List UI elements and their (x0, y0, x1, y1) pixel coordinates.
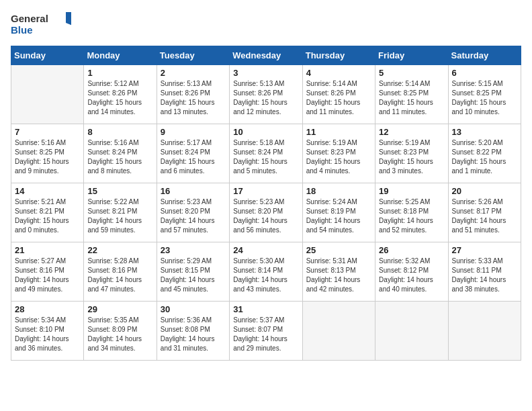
day-info: Sunrise: 5:14 AMSunset: 8:26 PMDaylight:… (306, 79, 371, 117)
day-info: Sunrise: 5:19 AMSunset: 8:23 PMDaylight:… (379, 138, 444, 176)
calendar-cell: 22Sunrise: 5:28 AMSunset: 8:16 PMDayligh… (84, 242, 157, 302)
day-info: Sunrise: 5:19 AMSunset: 8:23 PMDaylight:… (306, 138, 371, 176)
logo-svg: General Blue (11, 11, 71, 38)
day-info: Sunrise: 5:36 AMSunset: 8:08 PMDaylight:… (161, 316, 226, 353)
day-info: Sunrise: 5:32 AMSunset: 8:12 PMDaylight:… (379, 257, 444, 294)
day-number: 14 (15, 186, 80, 196)
day-number: 5 (379, 68, 444, 78)
day-info: Sunrise: 5:15 AMSunset: 8:25 PMDaylight:… (452, 79, 517, 117)
day-info: Sunrise: 5:14 AMSunset: 8:25 PMDaylight:… (379, 79, 444, 117)
day-info: Sunrise: 5:17 AMSunset: 8:24 PMDaylight:… (161, 138, 226, 176)
day-info: Sunrise: 5:13 AMSunset: 8:26 PMDaylight:… (233, 79, 298, 117)
calendar-cell: 31Sunrise: 5:37 AMSunset: 8:07 PMDayligh… (230, 302, 302, 361)
day-number: 23 (161, 245, 226, 255)
day-info: Sunrise: 5:29 AMSunset: 8:15 PMDaylight:… (161, 257, 226, 294)
day-number: 7 (15, 127, 80, 137)
calendar-day-header: Wednesday (230, 46, 302, 65)
day-number: 16 (161, 186, 226, 196)
calendar-cell (302, 302, 375, 361)
calendar-cell (11, 65, 84, 124)
day-number: 4 (306, 68, 371, 78)
calendar-cell: 30Sunrise: 5:36 AMSunset: 8:08 PMDayligh… (157, 302, 229, 361)
calendar-cell: 7Sunrise: 5:16 AMSunset: 8:25 PMDaylight… (11, 124, 84, 183)
calendar-cell: 3Sunrise: 5:13 AMSunset: 8:26 PMDaylight… (230, 65, 302, 124)
calendar-cell: 28Sunrise: 5:34 AMSunset: 8:10 PMDayligh… (11, 302, 84, 361)
calendar-cell: 9Sunrise: 5:17 AMSunset: 8:24 PMDaylight… (157, 124, 229, 183)
day-number: 10 (233, 127, 298, 137)
day-number: 27 (452, 245, 517, 255)
day-number: 15 (87, 186, 152, 196)
day-number: 25 (306, 245, 371, 255)
day-info: Sunrise: 5:13 AMSunset: 8:26 PMDaylight:… (161, 79, 226, 117)
day-info: Sunrise: 5:30 AMSunset: 8:14 PMDaylight:… (233, 257, 298, 294)
calendar-cell: 12Sunrise: 5:19 AMSunset: 8:23 PMDayligh… (375, 124, 448, 183)
day-number: 17 (233, 186, 298, 196)
calendar-day-header: Sunday (11, 46, 84, 65)
day-number: 19 (379, 186, 444, 196)
day-number: 28 (15, 304, 80, 314)
calendar-cell: 6Sunrise: 5:15 AMSunset: 8:25 PMDaylight… (448, 65, 521, 124)
calendar-cell: 23Sunrise: 5:29 AMSunset: 8:15 PMDayligh… (157, 242, 229, 302)
day-info: Sunrise: 5:27 AMSunset: 8:16 PMDaylight:… (15, 257, 80, 294)
day-info: Sunrise: 5:18 AMSunset: 8:24 PMDaylight:… (233, 138, 298, 176)
svg-marker-2 (66, 12, 71, 26)
svg-text:Blue: Blue (11, 24, 33, 36)
day-number: 12 (379, 127, 444, 137)
day-number: 18 (306, 186, 371, 196)
calendar-cell: 24Sunrise: 5:30 AMSunset: 8:14 PMDayligh… (230, 242, 302, 302)
calendar-week-row: 14Sunrise: 5:21 AMSunset: 8:21 PMDayligh… (11, 183, 521, 242)
calendar-cell: 26Sunrise: 5:32 AMSunset: 8:12 PMDayligh… (375, 242, 448, 302)
calendar-cell: 27Sunrise: 5:33 AMSunset: 8:11 PMDayligh… (448, 242, 521, 302)
svg-text:General: General (11, 13, 48, 24)
calendar-cell: 13Sunrise: 5:20 AMSunset: 8:22 PMDayligh… (448, 124, 521, 183)
calendar-cell: 20Sunrise: 5:26 AMSunset: 8:17 PMDayligh… (448, 183, 521, 242)
day-info: Sunrise: 5:31 AMSunset: 8:13 PMDaylight:… (306, 257, 371, 294)
calendar-cell (375, 302, 448, 361)
day-number: 20 (452, 186, 517, 196)
day-info: Sunrise: 5:22 AMSunset: 8:21 PMDaylight:… (87, 197, 152, 235)
day-info: Sunrise: 5:33 AMSunset: 8:11 PMDaylight:… (452, 257, 517, 294)
calendar-cell: 18Sunrise: 5:24 AMSunset: 8:19 PMDayligh… (302, 183, 375, 242)
calendar-week-row: 7Sunrise: 5:16 AMSunset: 8:25 PMDaylight… (11, 124, 521, 183)
day-info: Sunrise: 5:12 AMSunset: 8:26 PMDaylight:… (87, 79, 152, 117)
calendar-week-row: 28Sunrise: 5:34 AMSunset: 8:10 PMDayligh… (11, 302, 521, 361)
page-header: General Blue (11, 11, 521, 38)
calendar-week-row: 21Sunrise: 5:27 AMSunset: 8:16 PMDayligh… (11, 242, 521, 302)
calendar-day-header: Thursday (302, 46, 375, 65)
day-info: Sunrise: 5:25 AMSunset: 8:18 PMDaylight:… (379, 197, 444, 235)
day-number: 31 (233, 304, 298, 314)
calendar-cell: 8Sunrise: 5:16 AMSunset: 8:24 PMDaylight… (84, 124, 157, 183)
calendar-cell: 15Sunrise: 5:22 AMSunset: 8:21 PMDayligh… (84, 183, 157, 242)
day-info: Sunrise: 5:28 AMSunset: 8:16 PMDaylight:… (87, 257, 152, 294)
day-number: 8 (87, 127, 152, 137)
calendar-cell: 5Sunrise: 5:14 AMSunset: 8:25 PMDaylight… (375, 65, 448, 124)
day-number: 2 (161, 68, 226, 78)
day-number: 26 (379, 245, 444, 255)
day-number: 24 (233, 245, 298, 255)
day-number: 21 (15, 245, 80, 255)
day-number: 6 (452, 68, 517, 78)
calendar-cell: 17Sunrise: 5:23 AMSunset: 8:20 PMDayligh… (230, 183, 302, 242)
calendar-day-header: Tuesday (157, 46, 229, 65)
calendar-cell: 4Sunrise: 5:14 AMSunset: 8:26 PMDaylight… (302, 65, 375, 124)
day-info: Sunrise: 5:23 AMSunset: 8:20 PMDaylight:… (233, 197, 298, 235)
day-info: Sunrise: 5:23 AMSunset: 8:20 PMDaylight:… (161, 197, 226, 235)
day-number: 29 (87, 304, 152, 314)
calendar-cell: 29Sunrise: 5:35 AMSunset: 8:09 PMDayligh… (84, 302, 157, 361)
calendar-day-header: Monday (84, 46, 157, 65)
day-info: Sunrise: 5:21 AMSunset: 8:21 PMDaylight:… (15, 197, 80, 235)
calendar-cell: 10Sunrise: 5:18 AMSunset: 8:24 PMDayligh… (230, 124, 302, 183)
calendar-cell: 2Sunrise: 5:13 AMSunset: 8:26 PMDaylight… (157, 65, 229, 124)
calendar-day-header: Friday (375, 46, 448, 65)
calendar-cell (448, 302, 521, 361)
day-number: 11 (306, 127, 371, 137)
calendar-cell: 14Sunrise: 5:21 AMSunset: 8:21 PMDayligh… (11, 183, 84, 242)
day-number: 9 (161, 127, 226, 137)
day-info: Sunrise: 5:34 AMSunset: 8:10 PMDaylight:… (15, 316, 80, 353)
calendar-cell: 16Sunrise: 5:23 AMSunset: 8:20 PMDayligh… (157, 183, 229, 242)
logo: General Blue (11, 11, 71, 38)
day-number: 1 (87, 68, 152, 78)
day-info: Sunrise: 5:37 AMSunset: 8:07 PMDaylight:… (233, 316, 298, 353)
calendar-cell: 21Sunrise: 5:27 AMSunset: 8:16 PMDayligh… (11, 242, 84, 302)
calendar-cell: 25Sunrise: 5:31 AMSunset: 8:13 PMDayligh… (302, 242, 375, 302)
